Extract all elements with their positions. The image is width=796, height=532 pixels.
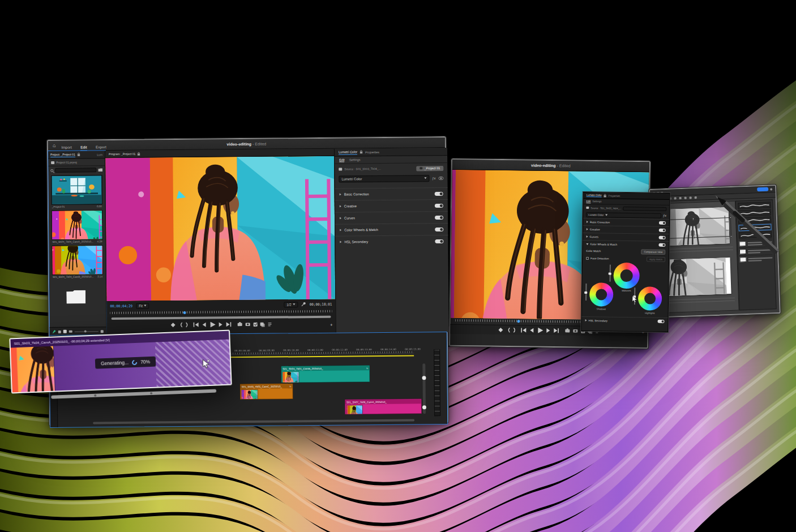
window-control-icon[interactable] [770,188,772,190]
highlights-label: Highlights [636,311,664,315]
layer-thumbnail[interactable] [739,249,746,254]
project-panel: Project: _Project 01 Lum Project 01.prpr… [48,151,107,336]
apply-match-button[interactable]: Apply Match [647,257,665,262]
tab-edit[interactable]: Edit [586,200,590,203]
target-field[interactable] [623,206,666,211]
section-basic-correction[interactable]: Basic Correction [335,187,448,200]
playhead-dot[interactable] [517,320,520,323]
layer-thumbnail[interactable] [739,241,746,246]
tab-settings[interactable]: Settings [349,158,361,161]
source-label: Source · S01_Sh03_Tk04_... [344,167,381,171]
tool-icon[interactable] [679,197,682,199]
chevron-right-icon [587,228,588,230]
tool-icon[interactable] [674,197,677,199]
scrollbar-handle[interactable] [94,394,96,397]
tab-project[interactable]: Project: _Project 01 [50,152,75,157]
section-curves[interactable]: Curves [335,211,448,224]
project-file-row[interactable]: Project 01.prproj [48,158,105,166]
comparison-view-button[interactable]: Comparison View [641,249,665,255]
fx-icon[interactable]: ƒx [663,214,666,217]
transport-controls-icons[interactable] [171,321,272,328]
playhead-dot[interactable] [183,311,186,314]
toggle-switch[interactable] [435,227,443,231]
duration-timecode: 00;00;18;01 [310,302,332,306]
scrollbar-handle[interactable] [422,376,426,380]
primary-action-button[interactable] [757,187,768,192]
midtones-wheel[interactable] [613,263,640,289]
timeline-horizontal-scrollbar[interactable] [93,419,414,424]
playback-resolution-dropdown[interactable]: 1/2 [284,302,298,307]
target-sequence-button[interactable]: _Project 01 [416,165,443,170]
tab-lumetri-scopes[interactable]: Lum [97,153,102,156]
toggle-switch[interactable] [659,221,666,225]
chevron-right-icon [585,319,587,321]
toggle-switch[interactable] [435,239,443,243]
brush-preset[interactable] [738,209,771,217]
tool-icon[interactable] [690,196,692,199]
folder-icon[interactable] [66,290,85,303]
toggle-switch[interactable] [658,320,665,323]
tab-settings[interactable]: Settings [592,200,601,203]
timeline-clip-magenta[interactable]: S01_Sh07_Tk06_CamA_2025010_ [345,398,422,414]
section-creative[interactable]: Creative [335,199,448,212]
tab-lumetri-color[interactable]: Lumetri Color [339,150,357,155]
chevron-right-icon [340,217,341,220]
project-item-sequence[interactable]: _Project 01 0;00 [48,174,105,209]
brush-preset[interactable] [738,202,771,209]
layer-row[interactable] [739,254,772,263]
highlights-wheel[interactable] [638,286,662,311]
freeform-view-icon[interactable] [69,331,72,333]
toggle-switch[interactable] [435,191,443,195]
project-item-clip-a[interactable]: S01_Sh04_Tk04_CamA_2025010... 4;29 [49,209,106,244]
lumetri-floating-panel: Lumetri Color Properties Edit Settings S… [581,192,670,332]
midtones-slider[interactable] [610,265,611,282]
timeline-clip-teal[interactable]: S01_Sh04_Tk01_CamB_2025010_fx [281,365,370,383]
search-input[interactable] [55,168,96,173]
eye-icon[interactable] [438,176,443,179]
generating-progress: 70% [140,359,150,365]
current-timecode[interactable]: 00;00;04;29 [110,304,132,308]
tool-icon[interactable] [684,197,687,199]
toggle-switch[interactable] [435,215,443,219]
tool-icon[interactable] [695,196,697,199]
monitor-transport-bar[interactable]: + [107,319,336,331]
project-item-clip-b[interactable]: S01_Sh04_Tk04_CamB_2025010... 2;14 [49,244,106,280]
new-bin-icon[interactable] [98,168,102,171]
grid-view-icon[interactable] [63,330,67,333]
thumbnail-zoom-slider[interactable] [75,331,99,332]
brush-preset-selected[interactable] [738,224,771,231]
shadows-wheel[interactable] [589,282,614,307]
tab-lumetri-color[interactable]: Lumetri Color [587,194,602,197]
list-view-icon[interactable] [58,330,61,333]
wrench-icon[interactable] [302,302,306,307]
button-editor-plus[interactable]: + [330,323,333,328]
effect-dropdown[interactable]: Lumetri Color [586,212,661,218]
shadows-slider[interactable] [585,284,587,301]
toggle-switch[interactable] [659,229,666,232]
scrollbar-handle[interactable] [150,392,152,394]
generating-clip[interactable]: S01_Sh03_Tk04_CamA_20250103_ -00;00;04;2… [9,330,232,394]
layer-thumbnail[interactable] [739,257,746,262]
storyboard-frame2[interactable] [661,258,731,296]
section-hsl-secondary[interactable]: HSL Secondary [581,316,667,325]
face-detection-checkbox[interactable] [586,257,589,260]
toggle-switch[interactable] [435,203,443,207]
fit-dropdown[interactable]: Fit [136,303,149,308]
fx-icon[interactable]: ƒx [432,177,435,180]
tab-edit[interactable]: Edit [339,158,345,162]
timeline-clip-orange[interactable]: S01_Sh03_Tk05_CamC_2025010_fx [240,383,293,400]
effect-dropdown[interactable]: Lumetri Color [339,175,429,182]
toggle-switch[interactable] [659,236,666,239]
tab-properties[interactable]: Properties [609,194,620,197]
timeline-vertical-scrollbar[interactable] [422,363,426,414]
scrollbar-handle[interactable] [422,405,426,409]
tab-properties[interactable]: Properties [365,150,379,153]
section-color-wheels[interactable]: Color Wheels & Match [335,223,448,236]
generative-pen-icon[interactable] [53,330,56,333]
bin-icon[interactable] [101,330,104,333]
toggle-switch[interactable] [658,243,665,247]
section-hsl-secondary[interactable]: HSL Secondary [335,235,448,248]
generating-clip-frame: S01_Sh03_Tk04_CamA_20250103_ -00;00;04;2… [9,330,232,394]
brush-preset[interactable] [738,216,771,224]
brush-preset[interactable] [739,231,772,238]
